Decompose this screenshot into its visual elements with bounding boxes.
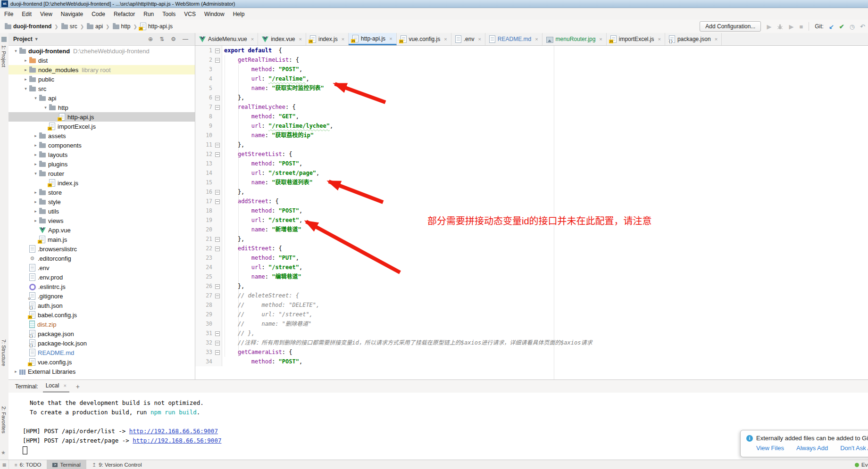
toolwindow-button-project[interactable]: 1: Project [1,45,7,67]
tree-item-http-api.js[interactable]: JShttp-api.js [8,112,195,122]
fold-marker-icon[interactable] [214,55,221,65]
notification-action-view-files[interactable]: View Files [756,444,784,452]
toolwindow-button-structure[interactable]: 7: Structure [1,339,7,366]
chevron-right-icon[interactable]: ▸ [32,190,39,195]
locate-file-icon[interactable]: ⊕ [148,36,153,42]
close-icon[interactable]: × [299,36,302,42]
history-icon[interactable]: ◷ [850,23,855,30]
fold-marker-icon[interactable] [214,338,221,347]
chevron-right-icon[interactable]: ▸ [22,58,29,63]
chevron-right-icon[interactable]: ▸ [32,152,39,157]
chevron-down-icon[interactable]: ▾ [32,96,39,100]
fold-marker-icon[interactable] [214,93,221,102]
editor-tab-menuRouter.jpg[interactable]: menuRouter.jpg× [542,33,607,45]
fold-marker-icon[interactable] [214,197,221,206]
close-icon[interactable]: × [342,36,344,42]
breadcrumb-item[interactable]: api [86,23,104,30]
tree-item-public[interactable]: ▸public [8,74,195,84]
editor-tab-README.md[interactable]: README.md× [485,33,542,45]
tree-item-style[interactable]: ▸style [8,197,195,206]
tree-item-index.js[interactable]: JSindex.js [8,178,195,188]
tree-item-.eslintrc.js[interactable]: .eslintrc.js [8,282,195,291]
notification-action-always-add[interactable]: Always Add [796,444,828,452]
fold-marker-icon[interactable] [214,234,221,244]
chevron-right-icon[interactable]: ▸ [22,77,29,82]
tree-item-External Libraries[interactable]: ▸External Libraries [8,367,195,376]
terminal-cursor[interactable] [23,446,27,454]
menu-item-navigate[interactable]: Navigate [57,9,87,19]
close-icon[interactable]: × [444,36,447,42]
git-commit-icon[interactable]: ✔ [839,23,844,30]
menu-item-window[interactable]: Window [200,9,229,19]
tree-item-.browserslistrc[interactable]: .browserslistrc [8,244,195,254]
editor-tab-.env[interactable]: .env× [451,33,485,45]
tree-item-dist[interactable]: ▸dist [8,56,195,65]
tree-item-layouts[interactable]: ▸layouts [8,150,195,159]
menu-item-refactor[interactable]: Refactor [109,9,139,19]
editor-tab-importExcel.js[interactable]: JSimportExcel.js× [607,33,665,45]
toolwindow-button-favorites[interactable]: 2: Favorites [1,406,7,433]
fold-marker-icon[interactable] [214,140,221,149]
editor-tab-index.js[interactable]: JSindex.js× [306,33,349,45]
breadcrumb-item[interactable]: duoji-frontend [4,23,52,30]
menu-item-file[interactable]: File [0,9,17,19]
rollback-icon[interactable]: ↶ [860,23,865,30]
chevron-right-icon[interactable]: ▸ [32,143,39,148]
tree-item-dist.zip[interactable]: dist.zip [8,320,195,329]
fold-marker-icon[interactable] [214,187,221,197]
fold-marker-icon[interactable] [214,291,221,300]
menu-item-edit[interactable]: Edit [17,9,36,19]
tree-item-store[interactable]: ▸store [8,188,195,197]
tree-item-.editorconfig[interactable]: ⚙.editorconfig [8,254,195,263]
tree-item-package-lock.json[interactable]: {}package-lock.json [8,338,195,348]
debug-icon[interactable] [777,24,783,30]
close-icon[interactable]: × [535,36,538,42]
project-toolwindow-icon[interactable] [1,37,7,42]
chevron-down-icon[interactable]: ▾ [22,86,29,91]
tree-item-src[interactable]: ▾src [8,84,195,93]
tree-item-babel.config.js[interactable]: JSbabel.config.js [8,310,195,320]
event-log-button[interactable]: Event Log [855,462,868,468]
run-icon[interactable]: ▶ [767,23,771,30]
tree-item-views[interactable]: ▸views [8,216,195,225]
tree-item-http[interactable]: ▾http [8,103,195,112]
chevron-down-icon[interactable]: ▾ [32,171,39,176]
close-icon[interactable]: × [658,36,660,42]
breadcrumb-item[interactable]: http [112,23,132,30]
git-update-icon[interactable]: ↙ [829,23,834,30]
stop-icon[interactable]: ■ [799,23,803,30]
statusbar-item-6-todo[interactable]: ≡6: TODO [9,460,47,469]
terminal-link[interactable]: http://192.168.66.56:9007 [133,437,221,444]
notification-action-don't-ask-again[interactable]: Don't Ask Again [840,444,868,452]
menu-item-vcs[interactable]: VCS [180,9,200,19]
terminal-link[interactable]: http://192.168.66.56:9007 [129,428,218,435]
add-configuration-button[interactable]: Add Configuration... [700,21,761,32]
tree-item-.env.prod[interactable]: .env.prod [8,272,195,282]
tree-item-.env[interactable]: .env [8,263,195,272]
fold-marker-icon[interactable] [214,102,221,112]
tree-item-duoji-frontend[interactable]: ▾duoji-frontendD:\zheheWeb\duoji-fronten… [8,46,195,56]
favorites-star-icon[interactable]: ★ [1,450,6,456]
chevron-right-icon[interactable]: ▸ [12,369,19,374]
close-icon[interactable]: × [478,36,481,42]
fold-marker-icon[interactable] [214,149,221,159]
close-icon[interactable]: × [599,36,602,42]
tree-item-main.js[interactable]: JSmain.js [8,235,195,244]
collapse-all-icon[interactable]: ⇅ [159,36,164,42]
coverage-icon[interactable]: ▶ [789,23,793,30]
tree-item-api[interactable]: ▾api [8,93,195,103]
menu-item-help[interactable]: Help [229,9,249,19]
toolwindow-switcher-icon[interactable]: ▦ [0,460,9,469]
chevron-right-icon[interactable]: ▸ [32,199,39,204]
fold-marker-icon[interactable] [214,46,221,55]
tree-item-node_modules[interactable]: ▸node_moduleslibrary root [8,65,195,74]
menu-item-code[interactable]: Code [87,9,109,19]
fold-marker-icon[interactable] [214,347,221,357]
chevron-right-icon[interactable]: ▸ [32,162,39,166]
editor-tab-index.vue[interactable]: index.vue× [258,33,306,45]
editor-tab-package.json[interactable]: {}package.json× [665,33,722,45]
menu-item-tools[interactable]: Tools [158,9,180,19]
new-terminal-session-icon[interactable]: + [76,383,80,390]
editor-tab-http-api.js[interactable]: JShttp-api.js× [349,33,396,45]
chevron-down-icon[interactable]: ▾ [42,105,49,110]
